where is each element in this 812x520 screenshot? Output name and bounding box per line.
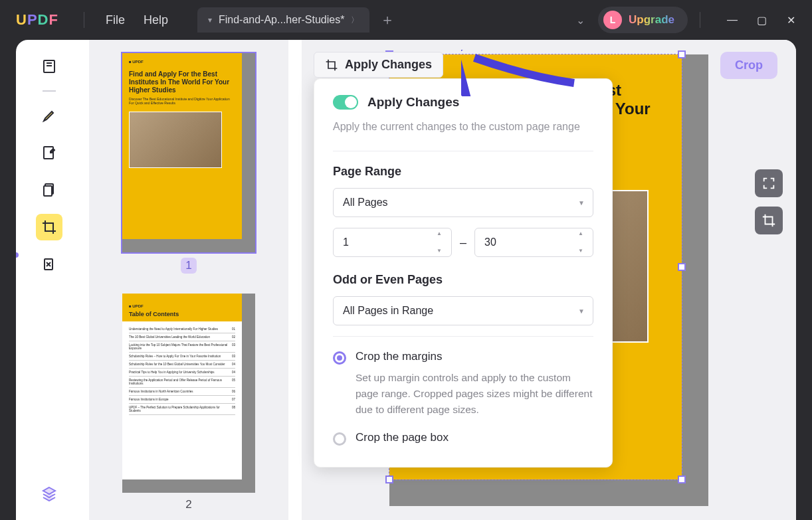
tab-title: Find-and-Ap...her-Studies* [219, 14, 344, 26]
document-view: Find and Apply For the Best Institutes I… [302, 40, 796, 520]
panel-description: Apply the current changes to the custom … [333, 119, 593, 135]
range-to-input[interactable]: 30 ▲▼ [474, 228, 593, 257]
toc-line: Scholarship Rules for the 10 Best Global… [129, 361, 235, 369]
divider [84, 12, 84, 28]
separator [43, 90, 56, 92]
crop-handle-sw[interactable] [385, 476, 393, 483]
book-icon [41, 58, 57, 74]
page-range-value: All Pages [343, 197, 388, 208]
tool-reader[interactable] [36, 53, 62, 80]
apply-changes-panel: Apply Changes Apply the current changes … [314, 78, 613, 468]
toc-line: Famous Institutions in North American Co… [129, 388, 235, 396]
crop-icon [325, 58, 338, 72]
redact-icon [41, 256, 57, 272]
annotation-arrow [461, 50, 581, 96]
separator [333, 151, 593, 151]
range-to-value: 30 [484, 236, 496, 248]
odd-even-label: Odd or Even Pages [333, 273, 593, 287]
chevron-down-icon: ▼ [578, 307, 585, 315]
tool-organize[interactable] [36, 177, 62, 203]
radio-crop-margins-label: Crop the margins [355, 350, 442, 363]
range-from-input[interactable]: 1 ▲▼ [333, 228, 452, 257]
titlebar: UPDF File Help ▾ Find-and-Ap...her-Studi… [0, 0, 812, 40]
toc-line: UPDF – The Perfect Solution to Prepare S… [129, 404, 235, 415]
maximize-button[interactable]: ▢ [755, 14, 768, 27]
divider [700, 12, 700, 28]
thumb-subtitle: Discover The Best Educational Institute … [129, 97, 235, 105]
range-dash: – [460, 236, 466, 250]
crop-icon [41, 219, 57, 235]
toc-line: The 10 Best Global Universities Leading … [129, 333, 235, 341]
thumbnail-page-2[interactable]: ■ UPDF Table of Contents Understanding t… [102, 294, 275, 511]
thumb-title: Find and Apply For the Best Institutes I… [129, 70, 235, 94]
apply-changes-label: Apply Changes [345, 58, 432, 72]
crop-handle-e[interactable] [678, 263, 686, 271]
menu-help[interactable]: Help [134, 9, 177, 31]
pages-icon [41, 182, 57, 198]
highlighter-icon [41, 108, 57, 124]
upgrade-label: Upgrade [629, 13, 674, 27]
crop-handle-se[interactable] [678, 476, 686, 483]
thumbnail-page-1[interactable]: ■ UPDF Find and Apply For the Best Insti… [102, 53, 275, 274]
crop-icon [761, 213, 776, 228]
spinner-up-icon[interactable]: ▲ [578, 231, 590, 236]
upgrade-button[interactable]: L Upgrade [598, 7, 688, 33]
tab-menu-icon[interactable]: ▾ [208, 15, 212, 25]
thumb-logo: ■ UPDF [129, 304, 235, 308]
odd-even-select[interactable]: All Pages in Range ▼ [333, 296, 593, 325]
page-range-select[interactable]: All Pages ▼ [333, 188, 593, 217]
view-controls [755, 169, 783, 234]
radio-crop-margins-desc: Set up margin controls and apply to the … [355, 370, 593, 418]
toc-title: Table of Contents [129, 311, 235, 317]
separator [333, 336, 593, 337]
close-button[interactable]: ✕ [784, 14, 797, 27]
left-toolbar [16, 40, 82, 520]
chevron-right-icon[interactable]: 〉 [351, 15, 359, 26]
spinner-down-icon[interactable]: ▼ [437, 248, 449, 254]
chevron-down-icon: ▼ [578, 199, 585, 207]
document-tab[interactable]: ▾ Find-and-Ap...her-Studies* 〉 [197, 7, 369, 33]
range-from-value: 1 [343, 236, 349, 248]
toc-line: Reviewing the Application Period and Off… [129, 377, 235, 388]
new-tab-button[interactable]: ＋ [380, 10, 395, 30]
edit-icon [41, 145, 57, 161]
tool-crop[interactable] [36, 214, 62, 240]
tool-edit[interactable] [36, 139, 62, 166]
spinner-down-icon[interactable]: ▼ [578, 248, 590, 254]
thumbnail-panel: ■ UPDF Find and Apply For the Best Insti… [89, 40, 288, 520]
toc-line: Famous Institutions in Europe07 [129, 396, 235, 404]
tool-highlight[interactable] [36, 102, 62, 129]
indicator-dot [16, 252, 19, 258]
thumb-logo: ■ UPDF [129, 60, 235, 64]
tool-layers[interactable] [36, 480, 62, 507]
tool-redact[interactable] [36, 251, 62, 278]
crop-handle-ne[interactable] [678, 50, 686, 58]
minimize-button[interactable]: — [726, 14, 739, 27]
window-controls: — ▢ ✕ [726, 14, 797, 27]
apply-changes-toggle[interactable] [333, 95, 358, 110]
main-area: ■ UPDF Find and Apply For the Best Insti… [16, 40, 796, 520]
radio-crop-margins[interactable] [333, 351, 346, 365]
toc-line: Understanding the Need to Apply Internat… [129, 325, 235, 333]
svg-rect-3 [44, 186, 52, 196]
panel-title: Apply Changes [367, 95, 459, 110]
toc-line: Practical Tips to Help You in Applying f… [129, 369, 235, 377]
spinner-up-icon[interactable]: ▲ [437, 231, 449, 236]
radio-crop-pagebox[interactable] [333, 432, 346, 446]
tab-bar: ▾ Find-and-Ap...her-Studies* 〉 ＋ [197, 7, 395, 33]
menu-file[interactable]: File [96, 9, 134, 31]
page-range-label: Page Range [333, 165, 593, 179]
fit-screen-button[interactable] [755, 169, 783, 197]
apply-changes-header-button[interactable]: Apply Changes [314, 52, 443, 78]
thumb-photo [129, 112, 222, 168]
crop-button[interactable]: Crop [720, 52, 777, 79]
expand-icon [761, 176, 776, 191]
thumb-number: 1 [181, 258, 197, 274]
avatar: L [603, 11, 622, 29]
crop-preset-button[interactable] [755, 207, 783, 234]
odd-even-value: All Pages in Range [343, 305, 433, 316]
layers-icon [41, 485, 57, 501]
app-logo: UPDF [16, 11, 58, 29]
toc-line: Scholarship Rules – How to Apply For One… [129, 353, 235, 361]
tabs-overflow-icon[interactable]: ⌄ [576, 14, 585, 27]
